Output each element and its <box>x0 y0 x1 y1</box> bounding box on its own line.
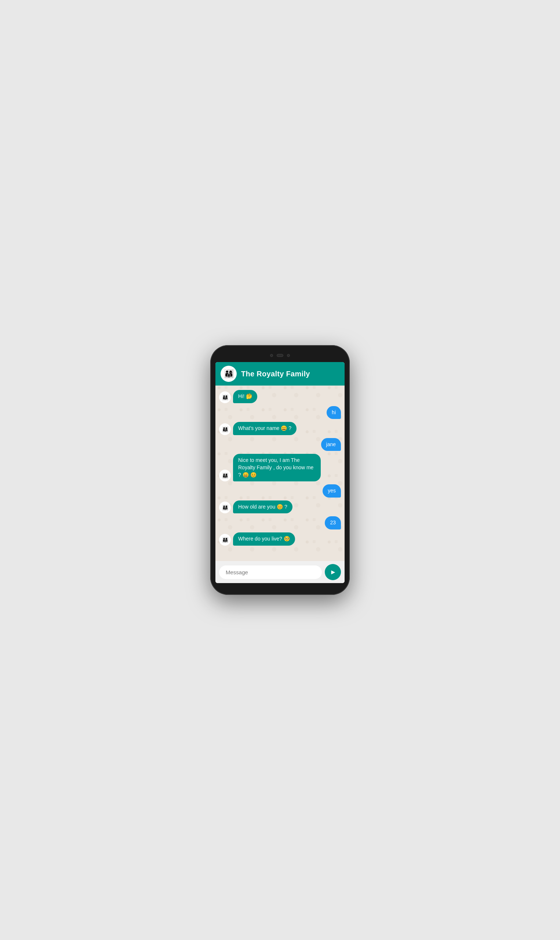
message-avatar: 👨‍👩‍👧 <box>219 534 231 546</box>
message-bubble: Where do you live? 🥺 <box>233 532 295 546</box>
front-camera <box>270 354 273 357</box>
message-avatar: 👨‍👩‍👧 <box>219 502 231 513</box>
phone-device: 👨‍👩‍👧 The Royalty Family 👨‍👩‍👧Hi! 🤔hi👨‍👩… <box>210 345 350 595</box>
message-row: jane <box>219 438 341 451</box>
message-bubble: Hi! 🤔 <box>233 390 257 403</box>
phone-bottom <box>215 583 345 590</box>
message-bubble: Nice to meet you, I am The Royalty Famil… <box>233 454 321 481</box>
chat-body: 👨‍👩‍👧Hi! 🤔hi👨‍👩‍👧What's your name 😄 ?jan… <box>215 385 345 561</box>
camera-bar <box>215 350 345 361</box>
message-row: 👨‍👩‍👧Where do you live? 🥺 <box>219 532 341 546</box>
send-icon: ► <box>330 569 337 576</box>
message-row: hi <box>219 406 341 419</box>
contact-name: The Royalty Family <box>241 370 310 378</box>
avatar-icon: 👨‍👩‍👧 <box>224 369 234 379</box>
contact-avatar: 👨‍👩‍👧 <box>220 366 237 382</box>
phone-screen: 👨‍👩‍👧 The Royalty Family 👨‍👩‍👧Hi! 🤔hi👨‍👩… <box>215 362 345 583</box>
message-row: 👨‍👩‍👧How old are you 😊 ? <box>219 501 341 514</box>
send-button[interactable]: ► <box>325 564 341 580</box>
sensor <box>287 354 290 357</box>
message-row: 👨‍👩‍👧Hi! 🤔 <box>219 390 341 403</box>
message-avatar: 👨‍👩‍👧 <box>219 391 231 403</box>
message-avatar: 👨‍👩‍👧 <box>219 470 231 481</box>
message-bubble: hi <box>327 406 341 419</box>
message-bubble: What's your name 😄 ? <box>233 422 297 435</box>
message-bubble: 23 <box>325 516 341 530</box>
message-row: yes <box>219 484 341 498</box>
message-bubble: yes <box>323 484 341 498</box>
message-row: 23 <box>219 516 341 530</box>
message-input[interactable] <box>219 566 322 579</box>
message-bubble: How old are you 😊 ? <box>233 501 292 514</box>
chat-header: 👨‍👩‍👧 The Royalty Family <box>215 362 345 385</box>
speaker <box>277 354 283 357</box>
chat-input-bar: ► <box>215 561 345 583</box>
message-row: 👨‍👩‍👧What's your name 😄 ? <box>219 422 341 435</box>
message-bubble: jane <box>321 438 341 451</box>
message-row: 👨‍👩‍👧Nice to meet you, I am The Royalty … <box>219 454 341 481</box>
message-avatar: 👨‍👩‍👧 <box>219 423 231 435</box>
